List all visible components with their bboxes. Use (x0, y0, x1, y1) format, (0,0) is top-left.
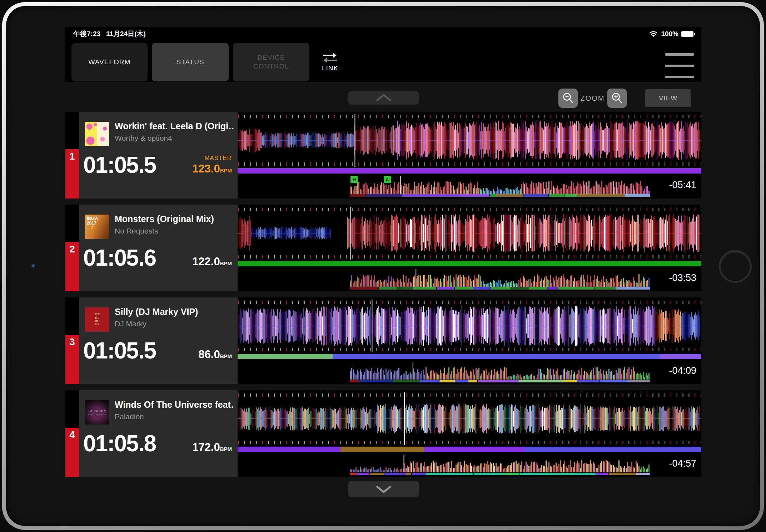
phrase-segment (596, 473, 609, 475)
overview-waveform-canvas[interactable] (350, 362, 651, 380)
track-info-panel: MYHEROES Silly (DJ Marky VIP) DJ Marky 0… (79, 297, 238, 384)
phrase-bar (350, 473, 651, 475)
album-art-text: PALADION (88, 409, 106, 413)
phrase-segment (558, 287, 594, 290)
bpm-value: 123.0 (192, 162, 220, 175)
deck-number-badge: 2 (65, 242, 79, 291)
battery-percent: 100% (661, 30, 678, 38)
progress-segment (660, 354, 701, 359)
phrase-segment (359, 380, 393, 382)
album-art-text: LOVE AND WAVES (88, 413, 106, 416)
phrase-segment (616, 287, 651, 290)
phrase-segment (628, 380, 651, 382)
bpm-unit: BPM (220, 167, 232, 174)
collapse-up-button[interactable] (348, 91, 419, 105)
remaining-time: -04:09 (669, 365, 696, 376)
status-bar-left: 午後7:2311月24日(木) (73, 29, 151, 39)
menu-icon[interactable] (665, 53, 694, 78)
overview-waveform[interactable] (350, 269, 651, 287)
hot-cue-A[interactable]: A (384, 176, 391, 183)
album-art: PALADIONLOVE AND WAVES (85, 400, 109, 425)
tab-link[interactable]: LINK (314, 43, 347, 81)
overview-waveform-canvas[interactable] (350, 176, 651, 194)
tab-device-control[interactable]: DEVICECONTROL (233, 43, 309, 81)
master-label (192, 433, 232, 441)
zoom-in-button[interactable] (607, 89, 627, 108)
phrase-segment (468, 380, 478, 382)
chevron-down-icon (374, 485, 394, 494)
tab-status[interactable]: STATUS (152, 43, 229, 81)
progress-segment (340, 447, 424, 452)
bpm-block: 86.0BPM (198, 340, 232, 361)
bpm-value: 172.0 (192, 441, 220, 453)
overview-waveform-canvas[interactable] (350, 455, 651, 472)
phrase-bar (350, 287, 651, 290)
clock: 午後7:23 (73, 30, 100, 37)
phrase-segment (370, 473, 384, 475)
deck-row-1[interactable]: 1 Workin' feat. Leela D (Origi… Worthy &… (65, 112, 701, 199)
overview-waveform[interactable] (350, 455, 651, 472)
remaining-time: -03:53 (669, 272, 696, 283)
link-transfer-icon (322, 52, 338, 63)
phrase-segment (529, 287, 547, 290)
phrase-segment (577, 194, 625, 197)
deck-row-2[interactable]: 2 IBIZA2017—2 Monsters (Original Mix) No… (65, 205, 701, 291)
master-label (192, 247, 232, 255)
bpm-unit: BPM (220, 446, 232, 452)
bpm-row: 172.0BPM (192, 441, 232, 454)
phrase-segment (490, 194, 496, 197)
waveform-area: -03:53 (238, 205, 701, 291)
phrase-segment (563, 473, 596, 475)
overview-waveform-canvas[interactable] (350, 269, 651, 287)
tab-waveform[interactable]: WAVEFORM (71, 43, 148, 81)
phrase-segment (455, 380, 468, 382)
phrase-segment (455, 287, 473, 290)
main-waveform[interactable] (238, 114, 701, 167)
album-art: IBIZA2017—2 (85, 215, 109, 239)
bpm-unit: BPM (220, 260, 232, 266)
deck-number-strip: 2 (65, 205, 79, 291)
remaining-time: -04:57 (669, 458, 696, 469)
elapsed-time: 01:05.5 (83, 337, 156, 364)
tab-device-label: DEVICECONTROL (253, 53, 289, 71)
home-button[interactable] (719, 250, 752, 283)
main-waveform[interactable] (238, 392, 701, 445)
zoom-out-button[interactable] (558, 89, 578, 108)
phrase-segment (437, 287, 455, 290)
view-button[interactable]: VIEW (645, 89, 691, 107)
phrase-segment (350, 473, 357, 475)
track-artist: DJ Marky (115, 320, 146, 328)
album-art-text: ES (95, 323, 99, 326)
bpm-block: MASTER 123.0BPM (192, 155, 232, 175)
deck-number-badge: 4 (65, 428, 79, 477)
phrase-segment (379, 287, 397, 290)
phrase-segment (393, 380, 419, 382)
tab-status-label: STATUS (176, 58, 204, 66)
overview-waveform[interactable] (350, 362, 651, 380)
track-title: Workin' feat. Leela D (Origi… (115, 121, 234, 131)
main-waveform[interactable] (238, 207, 701, 260)
hot-cue-H[interactable]: H (350, 176, 358, 183)
main-waveform[interactable] (238, 300, 701, 352)
zoom-label: ZOOM (578, 89, 607, 108)
phrase-segment (625, 194, 651, 197)
phrase-segment (609, 473, 636, 475)
album-art-text: IBIZA (85, 215, 98, 221)
phrase-segment (478, 380, 519, 382)
phrase-segment (562, 380, 577, 382)
phrase-bar (350, 380, 651, 382)
expand-down-button[interactable] (348, 481, 419, 497)
bpm-value: 86.0 (198, 348, 220, 361)
deck-number-strip: 3 (65, 297, 79, 384)
status-bar-right: 100% (649, 30, 693, 38)
deck-number: 2 (69, 244, 75, 255)
phrase-segment (357, 473, 370, 475)
wifi-icon (649, 30, 658, 37)
phrase-segment (564, 194, 577, 197)
overview-waveform[interactable]: HA (350, 176, 651, 194)
deck-row-3[interactable]: 3 MYHEROES Silly (DJ Marky VIP) DJ Marky… (65, 297, 701, 384)
deck-row-4[interactable]: 4 PALADIONLOVE AND WAVES Winds Of The Un… (65, 390, 701, 477)
phrase-segment (577, 380, 600, 382)
bpm-value: 122.0 (192, 255, 220, 268)
phrase-segment (461, 194, 490, 197)
